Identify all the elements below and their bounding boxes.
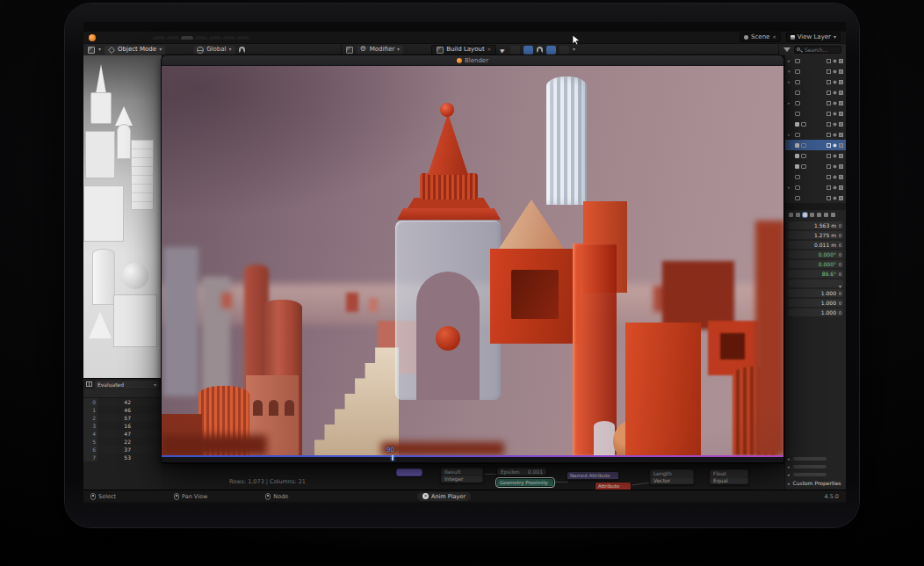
outliner-row[interactable] [785,192,846,203]
anim-player-indicator[interactable]: Anim Player [417,492,471,501]
scale-field[interactable]: 1.000 [788,308,843,316]
lock-icon[interactable] [839,292,841,295]
screen-visibility-icon[interactable] [827,112,831,116]
overlays-toggle-icon[interactable] [546,46,556,54]
node[interactable]: Length Vector [649,468,695,485]
render-visibility-icon[interactable] [839,122,843,127]
dimension-field[interactable]: 0.011 m [788,241,843,249]
orientation-select[interactable]: Global [193,46,235,54]
render-visibility-icon[interactable] [839,80,843,84]
viewport-visibility-icon[interactable] [834,59,837,62]
node-socket-row[interactable]: Equal [711,477,747,483]
screen-visibility-icon[interactable] [827,175,831,179]
outliner-row[interactable] [785,161,846,171]
node-group-name-field[interactable]: Build Layout [431,45,496,55]
active-tool-icon[interactable] [500,47,507,54]
viewport-visibility-icon[interactable] [834,91,837,94]
tree-type-select[interactable]: Modifier [357,46,403,54]
snapping-toggle-icon[interactable] [523,46,533,54]
table-row[interactable]: 7 53 [83,454,162,461]
snap-magnet-icon[interactable] [537,47,543,53]
lock-icon[interactable] [839,243,841,247]
properties-tab-icon[interactable] [810,213,814,217]
editor-type-icon[interactable] [88,47,95,54]
workspace-tab[interactable] [223,36,235,40]
toggle-icon[interactable] [559,46,569,54]
properties-panel-row[interactable]: ▸ Custom Properties [788,480,843,486]
expand-caret-icon[interactable]: ▸ [788,481,790,486]
properties-tab-icon[interactable] [831,213,835,217]
viewport-visibility-icon[interactable] [834,112,837,115]
toggle-icon[interactable] [510,46,520,54]
workspace-tab[interactable] [167,36,179,40]
node[interactable] [396,468,422,476]
filter-funnel-icon[interactable] [783,47,790,52]
mode-select[interactable]: Object Mode [105,46,165,54]
checkbox-icon[interactable] [795,122,799,127]
screen-visibility-icon[interactable] [827,196,831,200]
outliner-row[interactable]: ▸ [785,98,846,108]
table-row[interactable]: 5 22 [83,438,162,446]
properties-tab-icon[interactable] [803,213,807,217]
node[interactable]: Epsilon 0.001 [496,467,547,476]
viewport-visibility-icon[interactable] [834,196,837,200]
outliner-row[interactable] [785,150,846,161]
render-visibility-icon[interactable] [839,133,843,137]
stop-circle-icon[interactable] [422,493,429,499]
render-visibility-icon[interactable] [839,69,843,74]
editor-type-icon[interactable] [346,47,353,54]
workspace-tab[interactable] [251,36,258,40]
expand-caret-icon[interactable]: ▸ [788,132,793,137]
rotation-field[interactable]: 89.6° [788,270,843,278]
rotation-field[interactable]: 0.000° [788,250,843,258]
expand-caret-icon[interactable]: ▸ [788,100,793,105]
unlink-icon[interactable] [772,34,776,40]
snap-magnet-icon[interactable] [239,47,245,53]
screen-visibility-icon[interactable] [827,69,831,74]
checkbox-icon[interactable] [795,164,799,169]
node-socket-row[interactable]: Result [442,468,482,475]
expand-caret-icon[interactable]: ▸ [788,79,793,84]
viewport-visibility-icon[interactable] [834,133,837,136]
render-visibility-icon[interactable] [839,101,843,105]
render-visibility-icon[interactable] [839,112,843,116]
properties-panel-row[interactable]: ▸ [788,472,843,477]
lock-icon[interactable] [839,311,841,315]
node-socket-row[interactable]: Vector [651,477,693,483]
workspace-tab[interactable] [209,36,221,40]
expand-caret-icon[interactable]: ▸ [788,472,790,477]
screen-visibility-icon[interactable] [827,164,831,169]
viewport-visibility-icon[interactable] [834,69,837,73]
render-visibility-icon[interactable] [839,154,843,158]
render-visibility-icon[interactable] [839,185,843,190]
viewport-3d[interactable] [83,55,162,378]
table-row[interactable]: 4 47 [83,430,162,438]
expand-caret-icon[interactable]: ▸ [788,58,793,63]
render-window-titlebar[interactable]: Blender [162,55,783,66]
lock-icon[interactable] [839,263,841,266]
blender-logo-icon[interactable] [89,34,96,41]
screen-visibility-icon[interactable] [827,59,831,63]
render-visibility-icon[interactable] [839,143,843,148]
render-visibility-icon[interactable] [839,59,843,63]
rotation-field[interactable]: 0.000° [788,260,843,268]
node[interactable]: Named Attribute [567,471,619,480]
outliner-row[interactable] [785,140,846,150]
unlink-icon[interactable] [487,47,491,53]
properties-tab-icon[interactable] [817,213,821,217]
node[interactable]: Result Integer [440,467,484,483]
table-row[interactable]: 3 16 [83,422,162,430]
lock-icon[interactable] [839,224,841,228]
outliner-row[interactable]: ▾ [785,66,846,76]
properties-tab-icon[interactable] [789,213,793,217]
node-socket-row[interactable]: Epsilon 0.001 [498,468,545,475]
workspace-tab[interactable] [181,36,193,40]
properties-tab-icon[interactable] [796,213,800,217]
properties-panel-row[interactable]: ▸ [788,456,843,461]
lock-icon[interactable] [839,253,841,257]
screen-visibility-icon[interactable] [827,133,831,137]
viewport-visibility-icon[interactable] [834,143,837,147]
viewport-visibility-icon[interactable] [834,154,837,157]
screen-visibility-icon[interactable] [827,154,831,158]
scene-selector[interactable]: Scene [740,33,781,42]
